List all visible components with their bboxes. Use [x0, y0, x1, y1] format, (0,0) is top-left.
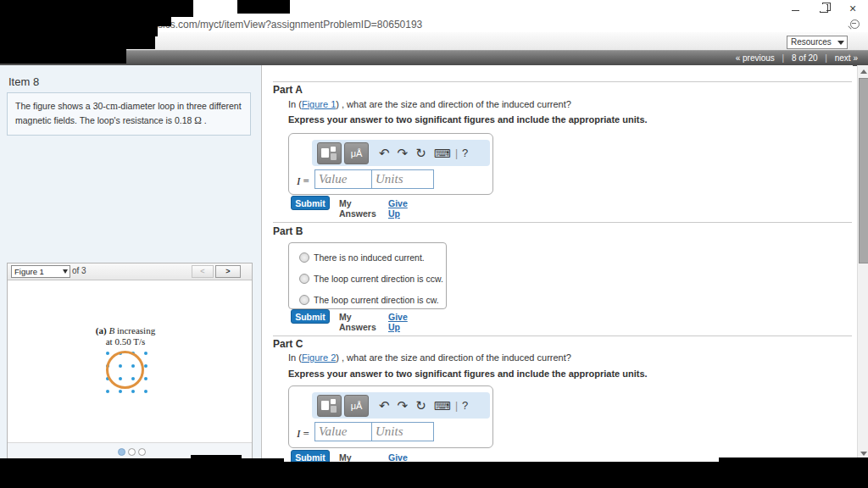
url-text: sics.com/myct/itemView?assignmentProblem… [158, 19, 422, 30]
field-dot [144, 377, 147, 380]
radio-button[interactable] [299, 295, 309, 305]
part-c-instruction: Express your answer to two significant f… [288, 369, 648, 379]
figure-viewer: Figure 1 of 3 < > (a) B increasing at 0.… [7, 263, 253, 462]
question-text: ) , what are the size and direction of t… [336, 352, 571, 363]
help-icon[interactable]: ? [462, 143, 468, 164]
units-button[interactable]: μÅ [344, 142, 369, 164]
close-button[interactable]: × [847, 3, 859, 13]
choice-label: The loop current direction is ccw. [314, 274, 443, 284]
radio-button[interactable] [299, 252, 309, 263]
part-c-equation-toolbar: μÅ ↶ ↷ ↻ ⌨ | ? [312, 392, 490, 419]
figure-2-link[interactable]: Figure 2 [302, 352, 336, 363]
next-link[interactable]: next » [835, 53, 858, 63]
figure-viewer-header: Figure 1 of 3 < > [8, 263, 252, 280]
radio-button[interactable] [299, 274, 309, 284]
choice-label: The loop current direction is cw. [314, 295, 439, 305]
part-a-instruction: Express your answer to two significant f… [288, 114, 648, 125]
field-dot [119, 390, 122, 393]
figure-select-value: Figure 1 [14, 267, 44, 276]
undo-icon[interactable]: ↶ [379, 143, 390, 164]
value-input[interactable] [314, 169, 377, 189]
units-button[interactable]: μÅ [344, 395, 369, 417]
caption-label: (a) [96, 325, 107, 336]
units-input[interactable] [371, 169, 434, 189]
submit-button[interactable]: Submit [291, 196, 330, 210]
figure-next-button[interactable]: > [215, 265, 241, 278]
parts-panel: Part A In (Figure 1) , what are the size… [262, 65, 853, 462]
template-icon [331, 147, 336, 152]
pagination-dot-3[interactable] [138, 448, 146, 456]
scroll-down-arrow[interactable] [860, 452, 867, 456]
undo-icon[interactable]: ↶ [379, 396, 390, 416]
value-input[interactable] [314, 422, 377, 441]
figure-count-label: of 3 [72, 266, 86, 275]
nav-separator: | [825, 53, 827, 63]
field-dot [144, 390, 147, 393]
question-text: In ( [288, 352, 302, 363]
item-sidebar: Item 8 The figure shows a 30-cm-diameter… [0, 65, 262, 462]
redaction [0, 36, 155, 49]
pagination-dot-2[interactable] [128, 448, 136, 456]
give-up-link[interactable]: Give Up [388, 198, 408, 219]
equals-sign: = [300, 175, 309, 187]
section-divider [273, 222, 852, 223]
part-a-question: In (Figure 1) , what are the size and di… [288, 99, 571, 109]
scroll-up-arrow[interactable] [860, 69, 867, 74]
give-up-link[interactable]: Give Up [388, 312, 408, 332]
part-c-answer-box: μÅ ↶ ↷ ↻ ⌨ | ? I = [288, 385, 493, 448]
resources-label: Resources [791, 37, 832, 47]
part-a-heading: Part A [273, 84, 303, 96]
resources-dropdown[interactable]: Resources [787, 36, 848, 49]
units-input[interactable] [371, 422, 434, 441]
redo-icon[interactable]: ↷ [398, 396, 409, 416]
reset-icon[interactable]: ↻ [415, 396, 426, 416]
template-button[interactable] [317, 142, 342, 164]
my-answers-link[interactable]: My Answers [339, 312, 376, 332]
redaction [191, 455, 242, 463]
restore-icon [820, 4, 828, 13]
field-dot [131, 390, 135, 393]
reset-icon[interactable]: ↻ [415, 143, 426, 164]
figure-1-link[interactable]: Figure 1 [302, 99, 336, 109]
answer-symbol-label: I = [297, 427, 309, 441]
template-icon [331, 399, 336, 404]
figure-select[interactable]: Figure 1 [11, 265, 70, 278]
field-dot [106, 352, 109, 355]
problem-text-ohm: Ω [194, 115, 202, 125]
pagination-dot-1[interactable] [118, 448, 125, 456]
template-icon [331, 153, 337, 160]
zoom-icon[interactable] [850, 19, 860, 29]
minimize-button[interactable] [789, 3, 801, 13]
redaction [237, 0, 290, 14]
assignment-nav-bar: « previous | 8 of 20 | next » [0, 50, 868, 66]
part-c-heading: Part C [273, 338, 303, 350]
chevron-down-icon [63, 269, 68, 274]
submit-button[interactable]: Submit [291, 309, 330, 324]
toolbar-separator: | [455, 396, 458, 416]
part-b-heading: Part B [273, 225, 303, 237]
minimize-icon [792, 4, 799, 11]
redo-icon[interactable]: ↷ [398, 143, 409, 164]
toolbar-separator: | [455, 143, 458, 164]
caption-line2: at 0.50 T/s [106, 336, 146, 347]
section-divider [273, 81, 852, 82]
scrollbar-thumb[interactable] [859, 78, 868, 263]
vertical-scrollbar[interactable] [857, 65, 868, 462]
previous-link[interactable]: « previous [736, 53, 775, 63]
my-answers-link[interactable]: My Answers [339, 198, 376, 219]
part-a-answer-box: μÅ ↶ ↷ ↻ ⌨ | ? I = [288, 133, 493, 195]
keyboard-icon[interactable]: ⌨ [434, 396, 451, 416]
keyboard-icon[interactable]: ⌨ [434, 143, 451, 164]
field-dot [106, 390, 109, 393]
nav-position: 8 of 20 [792, 53, 818, 63]
figure-caption: (a) B increasing at 0.50 T/s [41, 325, 210, 347]
section-divider [273, 336, 852, 336]
restore-button[interactable] [818, 3, 830, 13]
template-button[interactable] [317, 395, 342, 417]
figure-canvas: (a) B increasing at 0.50 T/s [8, 280, 252, 442]
wire-loop-diagram [106, 351, 144, 389]
help-icon[interactable]: ? [462, 396, 468, 416]
figure-prev-button[interactable]: < [192, 265, 214, 278]
template-icon [321, 148, 329, 158]
answer-symbol-label: I = [297, 175, 309, 188]
